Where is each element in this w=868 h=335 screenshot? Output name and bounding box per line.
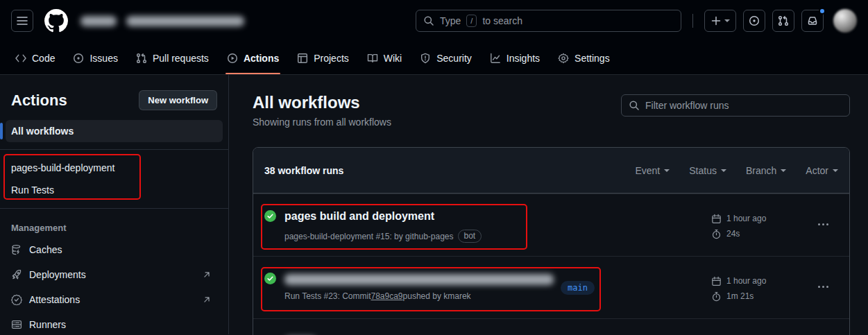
sidebar-item-all-workflows[interactable]: All workflows — [6, 120, 223, 142]
actor-filter-dropdown[interactable]: Actor — [806, 165, 838, 176]
external-link-icon — [202, 295, 217, 304]
commit-link[interactable]: 78a9ca9 — [371, 290, 403, 302]
chevron-down-icon — [781, 169, 786, 175]
hamburger-menu-button[interactable] — [11, 10, 33, 32]
create-new-button[interactable] — [704, 10, 736, 32]
run-time: 1 hour ago — [726, 275, 766, 288]
page-subtitle: Showing runs from all workflows — [253, 117, 391, 128]
branch-badge[interactable]: main — [561, 281, 595, 295]
pull-requests-global-button[interactable] — [772, 10, 794, 32]
gear-icon — [558, 53, 569, 64]
verified-icon — [11, 294, 22, 305]
management-heading: Management — [0, 216, 228, 237]
graph-icon — [490, 53, 501, 64]
success-check-icon — [264, 273, 276, 284]
workflow-run-row-partial: build and deploy — [253, 318, 849, 335]
status-filter-dropdown[interactable]: Status — [689, 165, 726, 176]
filter-label: Branch — [746, 165, 776, 176]
run-title-link[interactable]: pages build and deployment — [284, 208, 482, 225]
sidebar-item-attestations[interactable]: Attestations — [0, 287, 228, 312]
kebab-menu-button[interactable] — [818, 223, 828, 225]
search-placeholder-suffix: to search — [482, 15, 522, 26]
run-time: 1 hour ago — [726, 212, 766, 225]
run-meta-text: pushed by kmarek — [403, 290, 471, 302]
run-duration: 24s — [726, 227, 740, 241]
success-check-icon — [264, 210, 276, 222]
run-meta-text: Run Tests #23: Commit — [284, 290, 371, 302]
main-content: All workflows Showing runs from all work… — [229, 75, 868, 334]
app-header: Type / to search — [0, 0, 868, 42]
tab-settings[interactable]: Settings — [551, 42, 617, 74]
tab-actions[interactable]: Actions — [220, 42, 286, 74]
filter-label: Event — [635, 165, 660, 176]
git-pull-request-icon — [136, 53, 147, 64]
avatar[interactable] — [833, 9, 857, 33]
breadcrumb-owner-redacted[interactable] — [80, 16, 117, 26]
tab-security[interactable]: Security — [413, 42, 479, 74]
runs-panel-header: 38 workflow runs Event Status Branch — [253, 148, 849, 194]
table-icon — [297, 53, 308, 64]
tab-label: Pull requests — [153, 53, 209, 64]
tab-issues[interactable]: Issues — [66, 42, 124, 74]
workflow-runs-panel: 38 workflow runs Event Status Branch — [253, 147, 850, 335]
hamburger-icon — [17, 15, 28, 26]
breadcrumb-repo-redacted[interactable] — [126, 16, 244, 26]
tab-wiki[interactable]: Wiki — [360, 42, 409, 74]
tab-pull-requests[interactable]: Pull requests — [129, 42, 216, 74]
run-meta-text: pages-build-deployment #15: by github-pa… — [284, 230, 454, 243]
github-logo[interactable] — [44, 9, 68, 33]
filter-workflow-runs-field — [621, 94, 850, 117]
tab-label: Issues — [90, 53, 117, 64]
sidebar-item-label: Runners — [29, 319, 66, 330]
workflow-run-row: Run Tests #23: Commit 78a9ca9 pushed by … — [253, 256, 849, 318]
sidebar-item-caches[interactable]: Caches — [0, 237, 228, 262]
inbox-button[interactable] — [801, 10, 824, 32]
inbox-icon — [807, 15, 818, 26]
sidebar-title: Actions — [11, 92, 67, 110]
tab-insights[interactable]: Insights — [483, 42, 547, 74]
run-title-redacted[interactable] — [284, 274, 554, 285]
git-pull-request-icon — [778, 15, 789, 26]
shield-icon — [420, 53, 431, 64]
issue-opened-icon — [73, 53, 84, 64]
chevron-down-icon — [664, 169, 670, 175]
tab-label: Code — [32, 53, 55, 64]
issues-global-button[interactable] — [743, 10, 765, 32]
calendar-icon — [711, 276, 722, 286]
branch-filter-dropdown[interactable]: Branch — [746, 165, 786, 176]
book-icon — [367, 53, 378, 64]
plus-icon — [710, 15, 722, 26]
slash-key-hint: / — [466, 15, 477, 27]
tab-projects[interactable]: Projects — [290, 42, 356, 74]
filter-label: Status — [689, 165, 717, 176]
workflow-list: pages-build-deployment Run Tests — [6, 157, 223, 201]
event-filter-dropdown[interactable]: Event — [635, 165, 670, 176]
sidebar-item-label: Caches — [29, 244, 62, 255]
chevron-down-icon — [724, 19, 730, 25]
sidebar-item-deployments[interactable]: Deployments — [0, 262, 228, 287]
sidebar-item-label: Attestations — [29, 294, 80, 305]
workflow-runs-count: 38 workflow runs — [264, 165, 343, 176]
sidebar-item-runners[interactable]: Runners — [0, 312, 228, 335]
breadcrumb — [80, 16, 244, 26]
notification-dot — [819, 8, 826, 15]
search-placeholder-prefix: Type — [440, 15, 461, 26]
header-divider — [692, 14, 693, 28]
repo-nav: Code Issues Pull requests Actions Projec… — [0, 42, 868, 75]
search-icon — [629, 100, 640, 111]
chevron-down-icon — [721, 169, 726, 175]
global-search-input[interactable]: Type / to search — [416, 10, 681, 32]
sidebar-divider — [0, 149, 228, 150]
new-workflow-button[interactable]: New workflow — [139, 90, 217, 110]
play-icon — [227, 53, 238, 64]
sidebar-divider — [0, 208, 228, 209]
sidebar-item-pages-build-deployment[interactable]: pages-build-deployment — [6, 157, 223, 179]
tab-code[interactable]: Code — [8, 42, 62, 74]
stopwatch-icon — [711, 291, 722, 302]
tab-label: Settings — [575, 53, 610, 64]
kebab-menu-button[interactable] — [818, 286, 828, 288]
runners-icon — [11, 319, 22, 330]
filter-workflow-runs-input[interactable] — [645, 100, 842, 111]
issue-opened-icon — [749, 15, 760, 26]
sidebar-item-run-tests[interactable]: Run Tests — [6, 179, 223, 201]
